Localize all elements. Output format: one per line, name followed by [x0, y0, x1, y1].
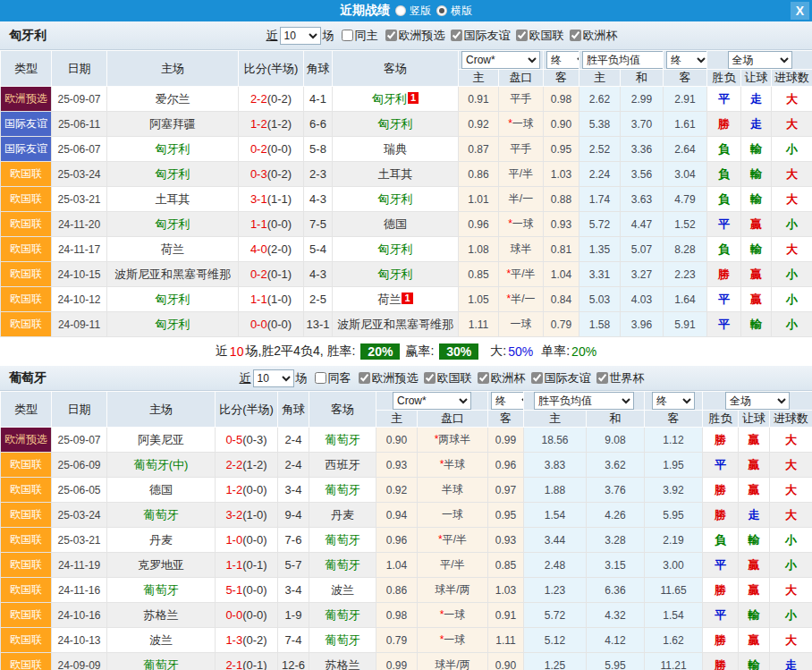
- handicap-result-cell: 輸: [741, 137, 772, 162]
- league-filter[interactable]: 国际友谊: [445, 29, 511, 42]
- vertical-layout-label[interactable]: 竖版: [410, 4, 431, 19]
- league-type-cell: 欧国联: [1, 453, 52, 478]
- match-row: 欧国联24-10-12匈牙利1-1(1-0)2-5荷兰11.05*半/一0.84…: [1, 287, 812, 312]
- handicap-result-cell: 輸: [739, 603, 770, 628]
- league-type-cell: 欧国联: [1, 503, 52, 528]
- match-row: 欧洲预选25-09-07阿美尼亚0-5(0-3)2-4葡萄牙0.90*两球半0.…: [1, 428, 812, 453]
- league-type-cell: 欧国联: [1, 603, 52, 628]
- league-filter[interactable]: 欧洲杯: [472, 371, 526, 385]
- league-checkbox[interactable]: [478, 372, 489, 384]
- home-odds-cell: 1.11: [459, 312, 499, 337]
- home-odds-cell: 0.92: [459, 112, 499, 137]
- col-handicap: 盘口: [499, 70, 544, 87]
- col-handicap-result: 让球: [741, 70, 772, 87]
- result-cell: 負: [707, 237, 741, 262]
- vertical-layout-radio[interactable]: [395, 5, 406, 16]
- league-type-cell: 国际友谊: [1, 137, 52, 162]
- league-checkbox[interactable]: [596, 372, 608, 384]
- wdl-mean-select[interactable]: 胜平负均值: [534, 392, 634, 410]
- match-row: 欧国联24-09-09葡萄牙2-1(0-1)12-6苏格兰0.99球半/两0.9…: [1, 653, 812, 670]
- league-checkbox[interactable]: [516, 30, 528, 41]
- result-cell: 平: [703, 453, 739, 478]
- corner-cell: 4-1: [304, 87, 333, 112]
- date-cell: 25-06-11: [52, 112, 107, 137]
- mean-away-cell: 1.54: [645, 603, 703, 628]
- score-cell: 1-2(1-2): [239, 112, 304, 137]
- handicap-cell: 平/半: [499, 162, 544, 187]
- score-cell: 1-1(1-0): [239, 287, 304, 312]
- league-filter[interactable]: 欧洲预选: [380, 29, 445, 42]
- crow-company-select[interactable]: Crow*: [461, 51, 540, 69]
- col-mean-home: 主: [524, 411, 587, 428]
- score-cell: 2-1(0-1): [216, 653, 278, 670]
- close-icon[interactable]: X: [791, 2, 809, 20]
- mean-draw-cell: 3.70: [621, 112, 664, 137]
- league-filter[interactable]: 国际友谊: [526, 371, 591, 385]
- horizontal-layout-radio[interactable]: [436, 5, 447, 16]
- mean-draw-cell: 3.62: [587, 453, 645, 478]
- result-cell: 勝: [703, 578, 739, 603]
- handicap-result-cell: 輸: [741, 312, 772, 337]
- league-checkbox[interactable]: [424, 372, 436, 384]
- league-filter[interactable]: 世界杯: [591, 371, 645, 385]
- league-filter[interactable]: 欧洲预选: [353, 371, 419, 385]
- col-mean-home: 主: [579, 70, 621, 87]
- portugal-section-title: 葡萄牙: [9, 370, 134, 386]
- handicap-result-cell: 走: [741, 87, 772, 112]
- horizontal-layout-label[interactable]: 横版: [451, 4, 472, 19]
- mean-draw-cell: 4.26: [587, 503, 645, 528]
- mean-home-cell: 2.48: [524, 553, 587, 578]
- mean-away-cell: 11.65: [645, 578, 703, 603]
- fulltime-select[interactable]: 全场: [725, 392, 790, 410]
- match-row: 欧国联24-10-15波斯尼亚和黑塞哥维那0-2(0-1)4-3匈牙利0.85*…: [1, 262, 812, 287]
- crow-company-select[interactable]: Crow*: [393, 392, 471, 410]
- crow-final-select[interactable]: 终: [491, 392, 524, 410]
- wdl-mean-select[interactable]: 胜平负均值: [582, 51, 664, 69]
- league-checkbox[interactable]: [531, 372, 543, 384]
- mean-home-cell: 5.12: [524, 628, 587, 653]
- score-cell: 2-2(1-2): [216, 453, 278, 478]
- corner-cell: 4-3: [304, 262, 333, 287]
- home-team-cell: 克罗地亚: [107, 553, 216, 578]
- score-cell: 1-0(0-0): [216, 528, 278, 553]
- away-odds-cell: 0.96: [488, 453, 524, 478]
- league-checkbox[interactable]: [451, 30, 462, 41]
- away-odds-cell: 0.91: [488, 603, 524, 628]
- recent-count-select[interactable]: 10: [253, 369, 294, 387]
- league-checkbox[interactable]: [359, 372, 370, 384]
- recent-count-select[interactable]: 10: [280, 27, 321, 45]
- date-cell: 25-03-21: [52, 187, 107, 212]
- same-home-checkbox[interactable]: [342, 30, 353, 41]
- league-checkbox[interactable]: [385, 30, 397, 41]
- league-filter[interactable]: 欧国联: [511, 29, 564, 42]
- away-odds-cell: 0.97: [488, 478, 524, 503]
- match-row: 欧国联25-06-05德国1-2(0-0)3-4葡萄牙0.92半球0.971.8…: [1, 478, 812, 503]
- same-away-filter[interactable]: 同客: [309, 370, 351, 386]
- league-checkbox[interactable]: [570, 30, 581, 41]
- portugal-matches-table: 类型 日期 主场 比分(半场) 角球 客场 Crow* 终 胜平负均值 终 全场…: [0, 391, 812, 670]
- home-team-cell: 土耳其: [107, 187, 239, 212]
- away-odds-cell: 0.85: [488, 553, 524, 578]
- mean-draw-cell: 6.36: [587, 578, 645, 603]
- col-mean-away: 客: [645, 411, 703, 428]
- wdl-final-select[interactable]: 终: [652, 392, 695, 410]
- same-home-filter[interactable]: 同主: [336, 28, 378, 44]
- crow-final-select[interactable]: 终: [546, 51, 579, 69]
- score-cell: 1-1(0-0): [239, 212, 304, 237]
- mean-draw-cell: 3.36: [621, 137, 664, 162]
- result-cell: 負: [707, 187, 741, 212]
- mean-home-cell: 18.56: [524, 428, 587, 453]
- same-away-checkbox[interactable]: [315, 372, 326, 384]
- home-odds-cell: 0.99: [376, 653, 418, 670]
- fulltime-select[interactable]: 全场: [728, 51, 792, 69]
- goals-result-cell: 大: [770, 478, 812, 503]
- wdl-final-select[interactable]: 终: [666, 51, 707, 69]
- handicap-result-cell: 贏: [741, 212, 772, 237]
- home-team-cell: 波兰: [107, 628, 216, 653]
- mean-away-cell: 1.62: [645, 628, 703, 653]
- league-filter[interactable]: 欧国联: [419, 371, 472, 385]
- match-row: 欧国联25-03-21土耳其3-1(1-1)4-3匈牙利1.01半/一0.881…: [1, 187, 812, 212]
- col-corner: 角球: [304, 51, 333, 87]
- league-filter[interactable]: 欧洲杯: [564, 29, 618, 42]
- handicap-result-cell: 輸: [741, 162, 772, 187]
